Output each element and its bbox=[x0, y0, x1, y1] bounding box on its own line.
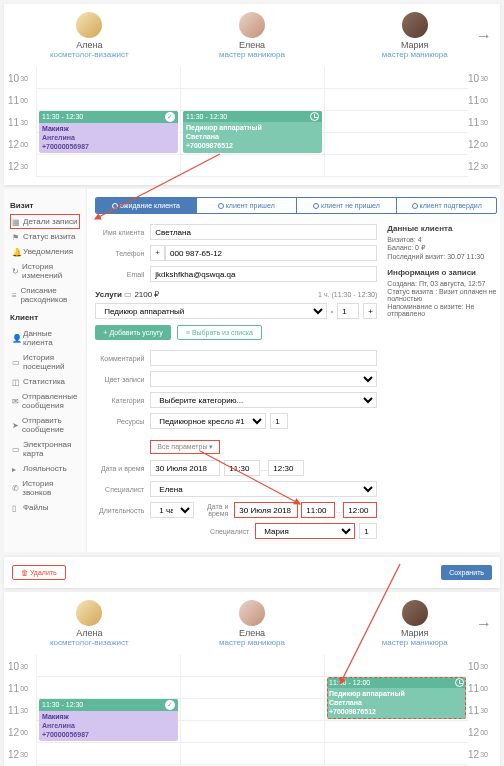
staff-role: косметолог-визажист bbox=[8, 638, 171, 647]
qty-plus[interactable]: + bbox=[363, 303, 377, 319]
tab-waiting[interactable]: ожидание клиента bbox=[96, 198, 196, 213]
select-specialist2[interactable]: Мария bbox=[255, 523, 355, 539]
bell-icon: 🔔 bbox=[12, 248, 20, 256]
person-icon: 👤 bbox=[12, 334, 20, 342]
select-service[interactable]: Педикюр аппаратный bbox=[95, 303, 326, 319]
sidebar-section-visit: Визит bbox=[10, 201, 80, 210]
next-arrow-icon[interactable]: → bbox=[476, 615, 492, 633]
phone-prefix[interactable]: + bbox=[150, 245, 165, 261]
avatar bbox=[76, 12, 102, 38]
sidebar-label: Статус визита bbox=[23, 232, 75, 241]
sidebar-label: Уведомления bbox=[23, 247, 73, 256]
client-visits: Визитов: 4 bbox=[387, 236, 497, 243]
input-time-to[interactable] bbox=[268, 460, 304, 476]
sidebar-item-stats[interactable]: ◫Статистика bbox=[10, 374, 80, 389]
send-icon: ➤ bbox=[12, 421, 19, 429]
sidebar-item-files[interactable]: ▯Файлы bbox=[10, 500, 80, 515]
sidebar-item-visits[interactable]: ▭История посещений bbox=[10, 350, 80, 374]
sidebar-label: Отправленные сообщения bbox=[22, 392, 78, 410]
record-reminder: Напоминание о визите: Не отправлено bbox=[387, 303, 497, 317]
status-tabs: ожидание клиента клиент пришел клиент не… bbox=[95, 197, 497, 214]
sidebar-item-status[interactable]: ⚑Статус визита bbox=[10, 229, 80, 244]
flag-icon: ⚑ bbox=[12, 233, 20, 241]
input-email[interactable] bbox=[150, 266, 377, 282]
client-info-title: Данные клиента bbox=[387, 224, 497, 233]
input-time2-to[interactable] bbox=[343, 502, 377, 518]
save-button[interactable]: Сохранить bbox=[441, 565, 492, 580]
grid-col-elena[interactable] bbox=[180, 655, 324, 765]
schedule-grid: 1030 1100 1130 1200 1230 11:30 - 12:30✓ … bbox=[4, 67, 500, 185]
sidebar-label: Детали записи bbox=[23, 217, 77, 226]
specialist2-qty[interactable] bbox=[359, 523, 377, 539]
delete-button[interactable]: 🗑 Удалить bbox=[12, 565, 66, 580]
label-email: Email bbox=[95, 271, 150, 278]
input-date2[interactable] bbox=[234, 502, 298, 518]
time-axis-right: 1030 1100 1130 1200 1230 bbox=[468, 655, 496, 765]
sidebar-item-notif[interactable]: 🔔Уведомления bbox=[10, 244, 80, 259]
select-duration[interactable]: 1 час bbox=[150, 502, 194, 518]
label-datetime: Дата и время bbox=[95, 465, 150, 472]
appt-time: 11:30 - 12:30 bbox=[42, 112, 83, 121]
grid-col-alena[interactable]: 11:30 - 12:30✓ Макияж Ангелина +70000056… bbox=[36, 655, 180, 765]
from-list-button[interactable]: ≡ Выбрать из списка bbox=[177, 325, 262, 340]
sidebar-item-history[interactable]: ↻История изменений bbox=[10, 259, 80, 283]
client-lastvisit: Последний визит: 30.07 11:30 bbox=[387, 253, 497, 260]
sidebar-label: История изменений bbox=[22, 262, 78, 280]
sidebar-item-details[interactable]: ▦Детали записи bbox=[10, 214, 80, 229]
grid-col-alena[interactable]: 11:30 - 12:30✓ Макияж Ангелина +70000056… bbox=[36, 67, 180, 177]
grid-col-maria[interactable]: 11:00 - 12:00 Педикюр аппаратный Светлан… bbox=[324, 655, 468, 765]
sidebar-label: Файлы bbox=[23, 503, 48, 512]
input-comment[interactable] bbox=[150, 350, 377, 366]
avatar bbox=[239, 12, 265, 38]
grid-col-maria[interactable] bbox=[324, 67, 468, 177]
time-axis-right: 1030 1100 1130 1200 1230 bbox=[468, 67, 496, 177]
staff-name: Мария bbox=[333, 628, 496, 638]
resource-qty[interactable] bbox=[270, 413, 288, 429]
check-icon: ✓ bbox=[165, 112, 175, 122]
all-params-toggle[interactable]: Все параметры ▾ bbox=[150, 440, 220, 454]
select-specialist[interactable]: Елена bbox=[150, 481, 377, 497]
appt-time: 11:30 - 12:30 bbox=[42, 700, 83, 709]
avatar bbox=[402, 12, 428, 38]
staff-role: мастер маникюра bbox=[171, 638, 334, 647]
sidebar-item-loyalty[interactable]: ▸Лояльность bbox=[10, 461, 80, 476]
label-datetime2: Дата и время bbox=[194, 503, 234, 517]
label-color: Цвет записи bbox=[95, 376, 150, 383]
sidebar-item-expense[interactable]: ≡Списание расходников bbox=[10, 283, 80, 307]
sidebar-item-clientdata[interactable]: 👤Данные клиента bbox=[10, 326, 80, 350]
next-arrow-icon[interactable]: → bbox=[476, 27, 492, 45]
sidebar-label: Электронная карта bbox=[23, 440, 78, 458]
staff-col-3: Мария мастер маникюра bbox=[333, 12, 496, 59]
tab-noshow[interactable]: клиент не пришел bbox=[297, 198, 397, 213]
input-date[interactable] bbox=[150, 460, 220, 476]
select-category[interactable]: Выберите категорию... bbox=[150, 392, 377, 408]
sidebar-item-calls[interactable]: ✆История звонков bbox=[10, 476, 80, 500]
sidebar-item-send[interactable]: ➤Отправить сообщение bbox=[10, 413, 80, 437]
sidebar-label: Списание расходников bbox=[20, 286, 78, 304]
input-time2-from[interactable] bbox=[301, 502, 335, 518]
file-icon: ▯ bbox=[12, 504, 20, 512]
tab-confirmed[interactable]: клиент подтвердил bbox=[397, 198, 496, 213]
tab-arrived[interactable]: клиент пришел bbox=[197, 198, 297, 213]
input-qty[interactable] bbox=[337, 303, 359, 319]
input-phone[interactable] bbox=[165, 245, 377, 261]
staff-name: Елена bbox=[171, 40, 334, 50]
sidebar-item-sent[interactable]: ✉Отправленные сообщения bbox=[10, 389, 80, 413]
sidebar-item-ecard[interactable]: ▭Электронная карта bbox=[10, 437, 80, 461]
label-name: Имя клиента bbox=[95, 229, 150, 236]
modal-sidebar: Визит ▦Детали записи ⚑Статус визита 🔔Уве… bbox=[4, 189, 87, 552]
chart-icon: ◫ bbox=[12, 378, 20, 386]
input-name[interactable] bbox=[150, 224, 377, 240]
sidebar-label: Данные клиента bbox=[23, 329, 78, 347]
tag-icon: ▸ bbox=[12, 465, 20, 473]
grid-col-elena[interactable]: 11:30 - 12:30 Педикюр аппаратный Светлан… bbox=[180, 67, 324, 177]
tab-label: клиент подтвердил bbox=[420, 202, 482, 209]
input-time-from[interactable] bbox=[224, 460, 260, 476]
sidebar-label: Отправить сообщение bbox=[22, 416, 78, 434]
dot-icon bbox=[218, 203, 224, 209]
select-resource[interactable]: Педикюрное кресло #1 bbox=[150, 413, 266, 429]
select-color[interactable] bbox=[150, 371, 377, 387]
clock-icon bbox=[455, 678, 464, 687]
card-icon: ▭ bbox=[12, 445, 20, 453]
add-service-button[interactable]: + Добавить услугу bbox=[95, 325, 171, 340]
